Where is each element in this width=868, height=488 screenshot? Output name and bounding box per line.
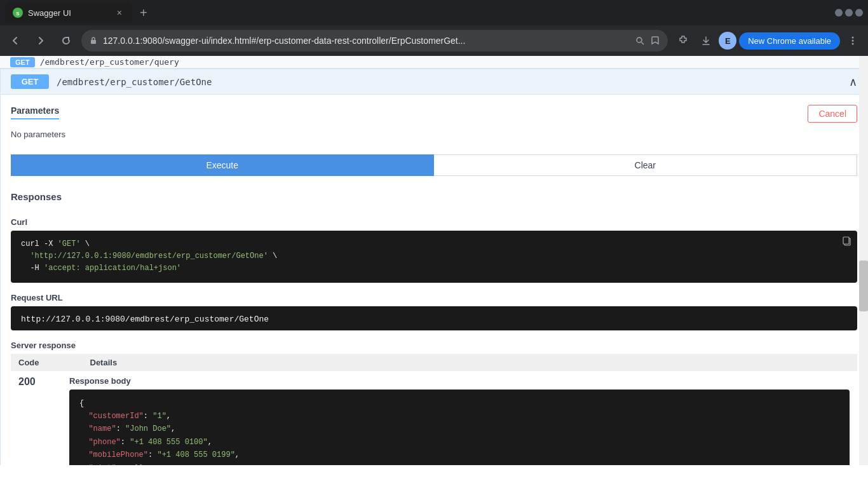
toolbar-icons: E New Chrome available xyxy=(673,30,863,51)
response-json-block: { "customerId": "1", "name": "John Doe",… xyxy=(69,390,850,465)
endpoint-section: GET /emdbrest/erp_customer/GetOne ∧ Para… xyxy=(0,69,868,465)
response-row: 200 Response body { "customerId": "1", "… xyxy=(11,371,857,465)
url-text: 127.0.0.1:9080/swagger-ui/index.html#/er… xyxy=(103,36,630,46)
svg-point-7 xyxy=(852,43,854,45)
active-tab[interactable]: S Swagger UI × xyxy=(5,3,132,23)
svg-point-6 xyxy=(852,40,854,42)
response-json-content: { "customerId": "1", "name": "John Doe",… xyxy=(79,397,839,465)
response-table-header: Code Details xyxy=(11,354,857,371)
method-badge: GET xyxy=(11,74,49,89)
execute-button[interactable]: Execute xyxy=(11,154,434,176)
svg-point-3 xyxy=(637,37,642,43)
scrollbar[interactable] xyxy=(859,56,868,465)
no-parameters-text: No parameters xyxy=(11,130,65,139)
curl-label: Curl xyxy=(11,217,857,227)
clear-button[interactable]: Clear xyxy=(434,154,858,176)
extensions-button[interactable] xyxy=(673,30,693,51)
endpoint-header[interactable]: GET /emdbrest/erp_customer/GetOne ∧ xyxy=(1,69,867,95)
profile-button[interactable]: E xyxy=(719,32,736,50)
url-block: http://127.0.0.1:9080/emdbrest/erp_custo… xyxy=(11,306,857,330)
svg-point-5 xyxy=(852,37,854,39)
window-controls: — ⬜ ✕ xyxy=(835,9,863,17)
minimize-button[interactable]: — xyxy=(835,9,843,17)
responses-title: Responses xyxy=(11,191,857,202)
responses-section: Responses xyxy=(1,186,867,212)
download-button[interactable] xyxy=(696,30,716,51)
svg-text:S: S xyxy=(16,11,20,17)
action-buttons: Execute Clear xyxy=(11,154,857,176)
partial-method-badge: GET xyxy=(10,57,35,67)
parameters-title: Parameters xyxy=(11,105,59,119)
new-chrome-button[interactable]: New Chrome available xyxy=(739,32,840,50)
reload-button[interactable] xyxy=(56,30,76,51)
lock-icon xyxy=(89,36,98,45)
response-code: 200 xyxy=(18,376,44,388)
curl-code: curl -X 'GET' \ 'http://127.0.0.1:9080/e… xyxy=(21,238,847,275)
server-response-label: Server response xyxy=(11,341,857,350)
copy-icon[interactable] xyxy=(842,236,852,248)
cancel-button[interactable]: Cancel xyxy=(808,105,857,123)
curl-section: Curl curl -X 'GET' \ 'http://127.0.0.1:9… xyxy=(1,212,867,288)
endpoint-left: GET /emdbrest/erp_customer/GetOne xyxy=(11,74,212,89)
chrome-titlebar: S Swagger UI × + — ⬜ ✕ xyxy=(0,0,868,25)
code-header: Code xyxy=(18,358,39,367)
details-header: Details xyxy=(90,358,118,367)
request-url-label: Request URL xyxy=(11,293,857,302)
page-content: GET /emdbrest/erp_customer/query GET /em… xyxy=(0,56,868,465)
curl-code-block: curl -X 'GET' \ 'http://127.0.0.1:9080/e… xyxy=(11,231,857,283)
response-body-label: Response body xyxy=(69,376,850,386)
close-button[interactable]: ✕ xyxy=(855,9,863,17)
chrome-toolbar: 127.0.0.1:9080/swagger-ui/index.html#/er… xyxy=(0,25,868,56)
tab-close-button[interactable]: × xyxy=(114,6,125,19)
tab-title: Swagger UI xyxy=(28,8,109,18)
response-details: Response body { "customerId": "1", "name… xyxy=(69,376,850,465)
new-tab-button[interactable]: + xyxy=(135,1,153,24)
request-url-section: Request URL http://127.0.0.1:9080/emdbre… xyxy=(1,288,867,336)
parameters-section: Parameters No parameters Cancel xyxy=(1,95,867,149)
bookmark-icon[interactable] xyxy=(650,36,660,46)
partial-path: /emdbrest/erp_customer/query xyxy=(40,57,179,67)
forward-button[interactable] xyxy=(31,30,51,51)
top-partial-row: GET /emdbrest/erp_customer/query xyxy=(0,56,868,69)
address-bar[interactable]: 127.0.0.1:9080/swagger-ui/index.html#/er… xyxy=(81,30,668,51)
back-button[interactable] xyxy=(5,30,25,51)
scrollbar-thumb[interactable] xyxy=(859,261,868,311)
search-icon xyxy=(635,36,645,46)
request-url-text: http://127.0.0.1:9080/emdbrest/erp_custo… xyxy=(21,315,269,324)
menu-button[interactable] xyxy=(843,30,863,51)
endpoint-path: /emdbrest/erp_customer/GetOne xyxy=(57,77,212,87)
svg-rect-9 xyxy=(843,237,849,244)
svg-rect-2 xyxy=(91,40,96,44)
svg-line-4 xyxy=(642,43,644,45)
server-response-section: Server response Code Details 200 Respons… xyxy=(1,336,867,465)
maximize-button[interactable]: ⬜ xyxy=(845,9,853,17)
collapse-icon[interactable]: ∧ xyxy=(849,75,857,89)
tab-favicon: S xyxy=(13,8,23,18)
